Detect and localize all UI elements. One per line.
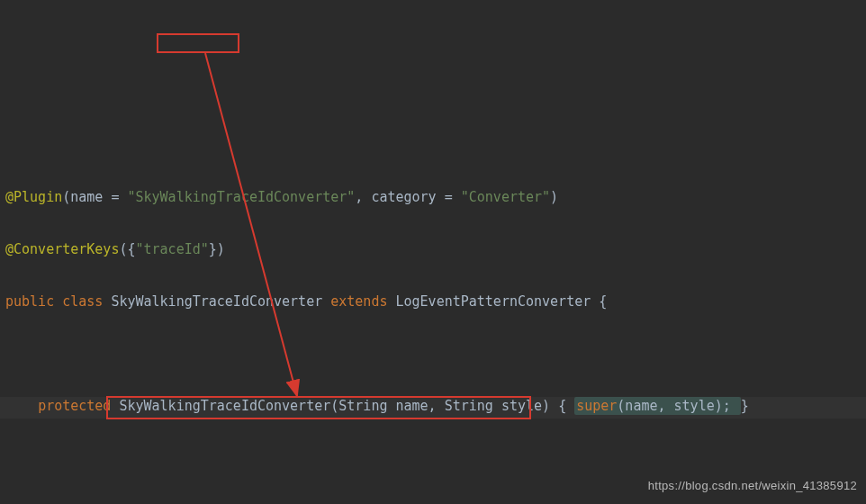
annotation: @Plugin [5, 189, 62, 205]
annotation: @ConverterKeys [5, 241, 119, 257]
code-line: @Plugin(name = "SkyWalkingTraceIdConvert… [5, 184, 866, 211]
code-line: public static SkyWalkingTraceIdConverter… [5, 498, 866, 504]
code-line: @ConverterKeys({"traceId"}) [5, 237, 866, 263]
blank-line [5, 341, 866, 367]
watermark: https://blog.csdn.net/weixin_41385912 [641, 446, 857, 499]
super-call: super(name, style); [574, 397, 741, 415]
traceId-literal: "traceId" [136, 241, 209, 257]
code-line: public class SkyWalkingTraceIdConverter … [5, 289, 866, 315]
highlight-box-getValue [106, 396, 531, 419]
highlight-box-traceId [157, 33, 239, 53]
